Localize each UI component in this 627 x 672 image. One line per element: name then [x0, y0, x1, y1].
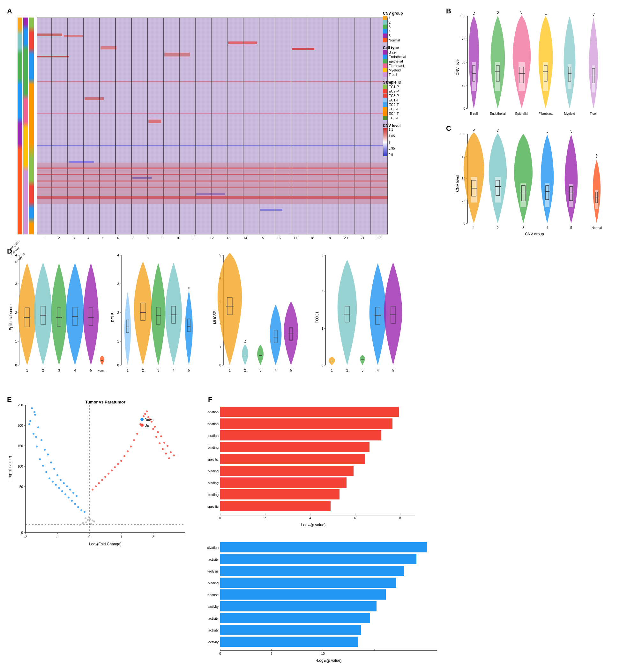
svg-point-349 — [98, 482, 100, 484]
svg-point-300 — [39, 458, 41, 460]
svg-point-340 — [123, 455, 125, 457]
cnv-5-item: 5 — [383, 33, 443, 38]
chrom-15: 15 — [260, 236, 264, 240]
svg-text:200: 200 — [18, 424, 23, 427]
cell-type-legend-title: Cell type — [383, 46, 443, 50]
svg-point-360 — [167, 445, 168, 447]
svg-text:3: 3 — [157, 369, 159, 372]
svg-rect-12 — [37, 113, 388, 114]
cnv-2-item: 2 — [383, 20, 443, 25]
chrom-12: 12 — [210, 236, 214, 240]
svg-point-309 — [63, 482, 65, 484]
svg-point-286 — [87, 519, 89, 521]
fibroblast-item: Fibroblast — [383, 64, 443, 68]
svg-point-333 — [155, 436, 157, 438]
chrom-18: 18 — [310, 236, 314, 240]
svg-point-327 — [146, 410, 148, 412]
svg-rect-382 — [220, 501, 330, 511]
svg-text:2: 2 — [244, 369, 246, 372]
chrom-7: 7 — [132, 236, 134, 240]
svg-text:0: 0 — [321, 364, 323, 367]
svg-rect-65 — [495, 62, 500, 91]
svg-text:Down: Down — [144, 418, 154, 422]
svg-text:2: 2 — [346, 369, 348, 372]
muc5b-svg: MUC5B 5 4 3 2 1 0 — [211, 250, 303, 384]
svg-point-216 — [245, 342, 246, 343]
svg-point-348 — [101, 479, 103, 481]
svg-point-74 — [521, 13, 522, 14]
svg-rect-11 — [292, 48, 314, 50]
svg-rect-45 — [37, 187, 388, 188]
svg-rect-370 — [220, 430, 381, 440]
svg-rect-380 — [220, 489, 340, 500]
svg-text:1: 1 — [117, 340, 119, 343]
svg-point-86 — [593, 15, 594, 16]
svg-text:0: 0 — [463, 107, 465, 110]
svg-rect-400 — [220, 566, 404, 576]
svg-rect-410 — [220, 625, 361, 635]
svg-rect-408 — [220, 613, 370, 623]
panel-f-up-svg: regulation of myeloid cell differentiati… — [207, 399, 616, 531]
svg-point-344 — [114, 466, 116, 468]
foxj1-violin: FOXJ1 3 2 1 0 — [313, 250, 412, 387]
svg-rect-4 — [37, 33, 62, 36]
chrom-11: 11 — [193, 236, 197, 240]
svg-text:3: 3 — [58, 369, 60, 372]
svg-rect-14 — [148, 120, 161, 123]
svg-rect-46 — [37, 196, 388, 199]
svg-rect-404 — [220, 590, 386, 600]
chrom-22: 22 — [377, 236, 381, 240]
svg-text:5: 5 — [271, 652, 273, 655]
svg-point-292 — [34, 414, 36, 415]
cnv-1-item: 1 — [383, 16, 443, 20]
cnv-group-bar — [18, 18, 22, 234]
svg-point-295 — [32, 433, 34, 435]
svg-text:50: 50 — [20, 485, 23, 488]
svg-point-217 — [245, 340, 246, 341]
rpl5-violin: RPL5 4 3 2 1 0 — [109, 250, 207, 387]
cnv-level-legend: CNV level 1.1 1.05 1 0.95 0.9 — [383, 123, 443, 157]
svg-rect-368 — [220, 418, 393, 429]
heatmap-svg — [37, 18, 388, 234]
svg-text:0: 0 — [15, 364, 17, 367]
svg-text:0: 0 — [117, 364, 119, 367]
svg-point-328 — [143, 415, 144, 417]
sample-id-legend-title: Sample ID — [383, 80, 443, 85]
svg-text:FOXJ1: FOXJ1 — [315, 311, 319, 323]
svg-text:1: 1 — [229, 369, 231, 372]
heatmap-side-bars — [18, 18, 35, 234]
svg-text:0: 0 — [219, 517, 221, 520]
svg-rect-396 — [220, 542, 427, 552]
svg-text:5: 5 — [392, 369, 394, 372]
svg-rect-5 — [64, 35, 83, 37]
svg-text:4: 4 — [74, 369, 76, 372]
svg-point-323 — [84, 511, 86, 513]
svg-text:2: 2 — [321, 290, 323, 294]
rpl5-svg: RPL5 4 3 2 1 0 — [109, 250, 201, 384]
chrom-8: 8 — [147, 236, 149, 240]
svg-text:2: 2 — [497, 226, 499, 230]
svg-point-298 — [44, 449, 46, 451]
cnv-level-legend-title: CNV level — [383, 123, 443, 128]
svg-text:1: 1 — [15, 340, 17, 343]
svg-rect-7 — [37, 81, 388, 82]
svg-text:4: 4 — [117, 254, 119, 257]
svg-point-313 — [69, 488, 71, 490]
panel-f-down-svg: neutrophil activation enzyme inhibitor a… — [207, 534, 616, 671]
svg-text:CNV group: CNV group — [525, 232, 544, 236]
svg-text:myeloid cell differentiation: myeloid cell differentiation — [207, 422, 218, 426]
svg-text:1: 1 — [473, 226, 475, 230]
svg-point-311 — [66, 485, 68, 487]
svg-text:6: 6 — [354, 517, 356, 520]
svg-text:B cell: B cell — [470, 112, 478, 116]
svg-point-351 — [92, 488, 93, 490]
svg-point-110 — [474, 129, 475, 130]
svg-text:proximal promoter DNA-binding : proximal promoter DNA-binding transcript… — [207, 457, 218, 461]
chrom-17: 17 — [294, 236, 297, 240]
svg-point-299 — [47, 454, 49, 455]
legend-container: CNV group 1 2 3 4 5 Normal Cell type B c… — [383, 11, 443, 157]
svg-text:2: 2 — [264, 517, 266, 520]
svg-text:2: 2 — [142, 369, 144, 372]
svg-point-134 — [596, 154, 597, 155]
svg-point-320 — [74, 503, 76, 505]
